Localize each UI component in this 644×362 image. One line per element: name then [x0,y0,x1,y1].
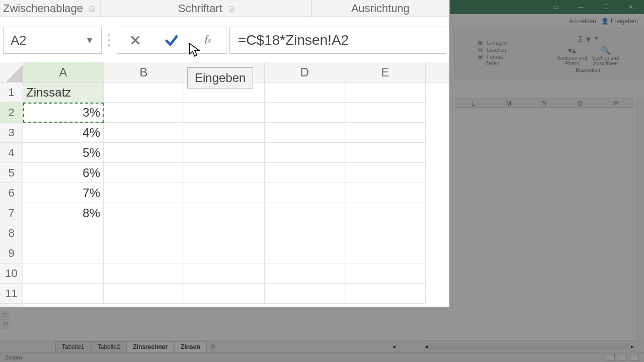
name-box-value: A2 [11,33,27,48]
row-header[interactable]: 4 [0,143,23,163]
check-icon [164,33,179,48]
copy-selection-marquee [23,103,104,123]
row-header[interactable]: 3 [0,123,23,143]
cell[interactable] [23,263,104,284]
cell[interactable] [265,243,345,263]
cell[interactable] [104,203,184,223]
column-header-e[interactable]: E [345,62,426,82]
cell[interactable] [23,243,104,263]
formula-bar-input[interactable]: =C$18*Zinsen!A2 [229,27,446,54]
insert-function-button[interactable]: fx [194,30,222,50]
cell[interactable]: 5% [23,143,104,163]
cell[interactable]: 6% [23,163,104,183]
x-icon [129,34,142,47]
cell[interactable] [104,143,184,163]
cell[interactable] [345,123,426,143]
cell[interactable] [345,263,426,284]
cell[interactable]: 4% [23,123,104,143]
row-header[interactable]: 10 [0,263,23,284]
cell[interactable] [184,123,265,143]
cell[interactable] [265,263,345,284]
column-header-a[interactable]: A [23,62,104,82]
cell[interactable] [23,223,104,243]
column-header-b[interactable]: B [104,62,184,82]
cell[interactable] [345,82,426,103]
cell[interactable] [345,243,426,263]
row-header[interactable]: 7 [0,203,23,223]
row-header[interactable]: 9 [0,243,23,263]
formula-bar-resize-handle[interactable] [105,34,114,46]
column-header-d[interactable]: D [265,62,345,82]
cell[interactable] [345,103,426,123]
cell[interactable] [184,284,265,304]
cell[interactable] [345,163,426,183]
cell[interactable] [184,223,265,243]
formula-bar-value: =C$18*Zinsen!A2 [238,32,349,48]
cell[interactable] [23,284,104,304]
cell[interactable] [104,243,184,263]
cell[interactable] [104,123,184,143]
cell[interactable] [104,163,184,183]
zoomed-formula-bar-panel: Zwischenablage ◲ Schriftart ◲ Ausrichtun… [0,0,450,308]
select-all-button[interactable] [0,62,23,82]
row-header[interactable]: 8 [0,223,23,243]
cell[interactable] [104,103,184,123]
cell[interactable] [184,163,265,183]
name-box[interactable]: A2 ▼ [3,27,102,54]
cell[interactable] [184,243,265,263]
cell[interactable] [265,223,345,243]
cell[interactable] [184,263,265,284]
cell[interactable] [184,103,265,123]
cell[interactable] [184,143,265,163]
chevron-down-icon: ▼ [85,35,94,46]
cell[interactable] [104,263,184,284]
enter-tooltip: Eingeben [187,67,253,88]
cell[interactable] [345,223,426,243]
cell[interactable] [345,203,426,223]
row-header[interactable]: 6 [0,183,23,203]
cell[interactable]: 8% [23,203,104,223]
enter-formula-button[interactable] [157,30,186,50]
alignment-group-label: Ausrichtung [351,2,410,15]
cell[interactable] [104,183,184,203]
cell[interactable] [184,183,265,203]
cell[interactable] [345,183,426,203]
cell[interactable] [265,163,345,183]
cell[interactable] [265,183,345,203]
cell[interactable]: 7% [23,183,104,203]
font-group-label: Schriftart [178,2,222,15]
font-dialog-launcher[interactable]: ◲ [228,5,234,12]
row-header[interactable]: 1 [0,82,23,103]
cell[interactable] [104,223,184,243]
cell[interactable] [265,284,345,304]
cell[interactable] [265,103,345,123]
cell[interactable]: Zinssatz [23,82,104,103]
row-header[interactable]: 5 [0,163,23,183]
cell[interactable] [345,143,426,163]
cell[interactable] [265,203,345,223]
cell[interactable] [265,82,345,103]
clipboard-dialog-launcher[interactable]: ◲ [89,5,95,12]
cancel-formula-button[interactable] [121,30,149,50]
cell[interactable] [265,123,345,143]
clipboard-group-label: Zwischenablage [3,2,83,15]
cell[interactable] [345,284,426,304]
cell[interactable] [265,143,345,163]
cell[interactable] [104,284,184,304]
row-header[interactable]: 11 [0,284,23,304]
row-header[interactable]: 2 [0,103,23,123]
cell[interactable] [104,82,184,103]
cell[interactable] [184,203,265,223]
